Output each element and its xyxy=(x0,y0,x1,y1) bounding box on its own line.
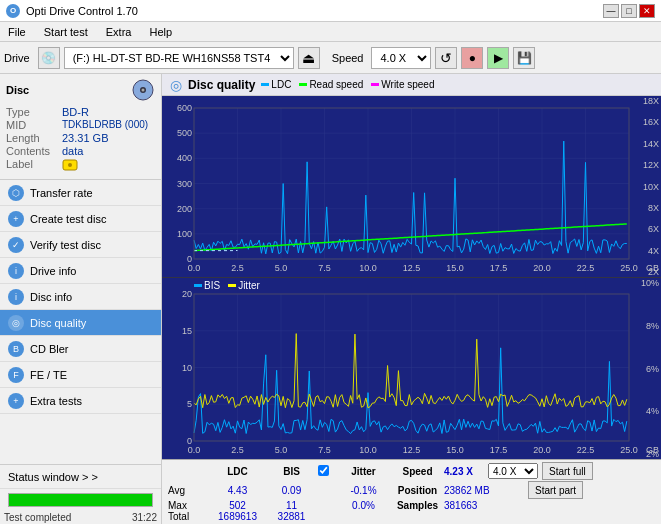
sidebar-item-drive-info[interactable]: i Drive info xyxy=(0,258,161,284)
sidebar-item-fe-te[interactable]: F FE / TE xyxy=(0,362,161,388)
app-icon: O xyxy=(6,4,20,18)
title-bar-left: O Opti Drive Control 1.70 xyxy=(6,4,138,18)
contents-label: Contents xyxy=(6,145,62,157)
menu-help[interactable]: Help xyxy=(145,25,176,39)
samples-value: 381663 xyxy=(444,500,524,511)
length-label: Length xyxy=(6,132,62,144)
sidebar-item-disc-info[interactable]: i Disc info xyxy=(0,284,161,310)
ldc-chart-canvas xyxy=(162,96,661,277)
menu-start-test[interactable]: Start test xyxy=(40,25,92,39)
disc-quality-icon: ◎ xyxy=(8,315,24,331)
drive-icon: 💿 xyxy=(38,47,60,69)
legend-write-speed: Write speed xyxy=(371,79,434,90)
jitter-checkbox[interactable] xyxy=(318,465,329,476)
analyze-button[interactable]: ▶ xyxy=(487,47,509,69)
avg-bis-value: 0.09 xyxy=(269,485,314,496)
contents-value: data xyxy=(62,145,83,157)
legend-bis-label: BIS xyxy=(204,280,220,291)
cd-bler-label: CD Bler xyxy=(30,343,69,355)
length-value: 23.31 GB xyxy=(62,132,108,144)
quality-title: Disc quality xyxy=(188,78,255,92)
disc-icon xyxy=(131,78,155,102)
legend-read-speed: Read speed xyxy=(299,79,363,90)
bis-chart-canvas xyxy=(162,278,661,459)
samples-label: Samples xyxy=(395,500,440,511)
eject-button[interactable]: ⏏ xyxy=(298,47,320,69)
toolbar: Drive 💿 (F:) HL-DT-ST BD-RE WH16NS58 TST… xyxy=(0,42,661,74)
fe-te-icon: F xyxy=(8,367,24,383)
label-value xyxy=(62,158,78,174)
disc-panel: Disc Type BD-R MID TDKBLDRBB (000) Lengt… xyxy=(0,74,161,180)
legend-ldc-dot xyxy=(261,83,269,86)
speed-avg-value: 4.23 X xyxy=(444,466,484,477)
position-value: 23862 MB xyxy=(444,485,524,496)
stats-total-row: Total 1689613 32881 xyxy=(168,511,655,522)
legend-top: LDC Read speed Write speed xyxy=(261,79,434,90)
mid-value: TDKBLDRBB (000) xyxy=(62,119,148,131)
sidebar-item-create-test-disc[interactable]: + Create test disc xyxy=(0,206,161,232)
legend-ldc: LDC xyxy=(261,79,291,90)
stats-max-row: Max 502 11 0.0% Samples 381663 xyxy=(168,500,655,511)
create-test-disc-label: Create test disc xyxy=(30,213,106,225)
ldc-header: LDC xyxy=(210,466,265,477)
content-area: ◎ Disc quality LDC Read speed Write spee… xyxy=(162,74,661,524)
avg-ldc-value: 4.43 xyxy=(210,485,265,496)
save-button[interactable]: 💾 xyxy=(513,47,535,69)
sidebar-item-transfer-rate[interactable]: ⬡ Transfer rate xyxy=(0,180,161,206)
svg-point-4 xyxy=(68,163,72,167)
sidebar-menu: ⬡ Transfer rate + Create test disc ✓ Ver… xyxy=(0,180,161,464)
minimize-button[interactable]: — xyxy=(603,4,619,18)
menu-extra[interactable]: Extra xyxy=(102,25,136,39)
bis-legend: BIS Jitter xyxy=(194,280,260,291)
legend-write-speed-dot xyxy=(371,83,379,86)
legend-read-speed-dot xyxy=(299,83,307,86)
start-full-button[interactable]: Start full xyxy=(542,462,593,480)
disc-button[interactable]: ● xyxy=(461,47,483,69)
speed-select[interactable]: 4.0 X xyxy=(371,47,431,69)
y-axis-right-bottom: 10%8%6%4%2% xyxy=(631,278,659,459)
max-jitter-value: 0.0% xyxy=(336,500,391,511)
sidebar-item-verify-test-disc[interactable]: ✓ Verify test disc xyxy=(0,232,161,258)
status-area: Status window > > Test completed 31:22 xyxy=(0,464,161,524)
y-axis-right-top: 18X16X14X12X10X8X6X4X2X xyxy=(631,96,659,277)
progress-container xyxy=(0,489,161,511)
extra-tests-label: Extra tests xyxy=(30,395,82,407)
status-bottom: Test completed 31:22 xyxy=(0,511,161,524)
disc-section-title: Disc xyxy=(6,84,29,96)
bis-header: BIS xyxy=(269,466,314,477)
stats-header-row: LDC BIS Jitter Speed 4.23 X 4.0 X Start … xyxy=(168,462,655,480)
drive-select[interactable]: (F:) HL-DT-ST BD-RE WH16NS58 TST4 xyxy=(64,47,294,69)
svg-point-2 xyxy=(142,89,145,92)
speed-select-stats[interactable]: 4.0 X xyxy=(488,463,538,479)
menu-file[interactable]: File xyxy=(4,25,30,39)
transfer-rate-label: Transfer rate xyxy=(30,187,93,199)
transfer-rate-icon: ⬡ xyxy=(8,185,24,201)
sidebar-item-extra-tests[interactable]: + Extra tests xyxy=(0,388,161,414)
start-part-button[interactable]: Start part xyxy=(528,481,583,499)
legend-jitter-label: Jitter xyxy=(238,280,260,291)
charts-area: 18X16X14X12X10X8X6X4X2X BIS Jitter xyxy=(162,96,661,459)
sidebar-item-cd-bler[interactable]: B CD Bler xyxy=(0,336,161,362)
disc-quality-label: Disc quality xyxy=(30,317,86,329)
fe-te-label: FE / TE xyxy=(30,369,67,381)
refresh-button[interactable]: ↺ xyxy=(435,47,457,69)
drive-label: Drive xyxy=(4,52,30,64)
speed-label: Speed xyxy=(332,52,364,64)
quality-icon: ◎ xyxy=(170,77,182,93)
sidebar-item-disc-quality[interactable]: ◎ Disc quality xyxy=(0,310,161,336)
jitter-checkbox-container[interactable] xyxy=(318,465,332,478)
legend-ldc-label: LDC xyxy=(271,79,291,90)
total-label: Total xyxy=(168,511,206,522)
status-window-label: Status window > > xyxy=(8,471,98,483)
verify-test-disc-label: Verify test disc xyxy=(30,239,101,251)
label-icon xyxy=(62,158,78,172)
status-window-button[interactable]: Status window > > xyxy=(0,465,161,489)
speed-header: Speed xyxy=(395,466,440,477)
maximize-button[interactable]: □ xyxy=(621,4,637,18)
legend-jitter: Jitter xyxy=(228,280,260,291)
cd-bler-icon: B xyxy=(8,341,24,357)
close-button[interactable]: ✕ xyxy=(639,4,655,18)
ldc-chart: 18X16X14X12X10X8X6X4X2X xyxy=(162,96,661,278)
window-controls[interactable]: — □ ✕ xyxy=(603,4,655,18)
main-content: Disc Type BD-R MID TDKBLDRBB (000) Lengt… xyxy=(0,74,661,524)
